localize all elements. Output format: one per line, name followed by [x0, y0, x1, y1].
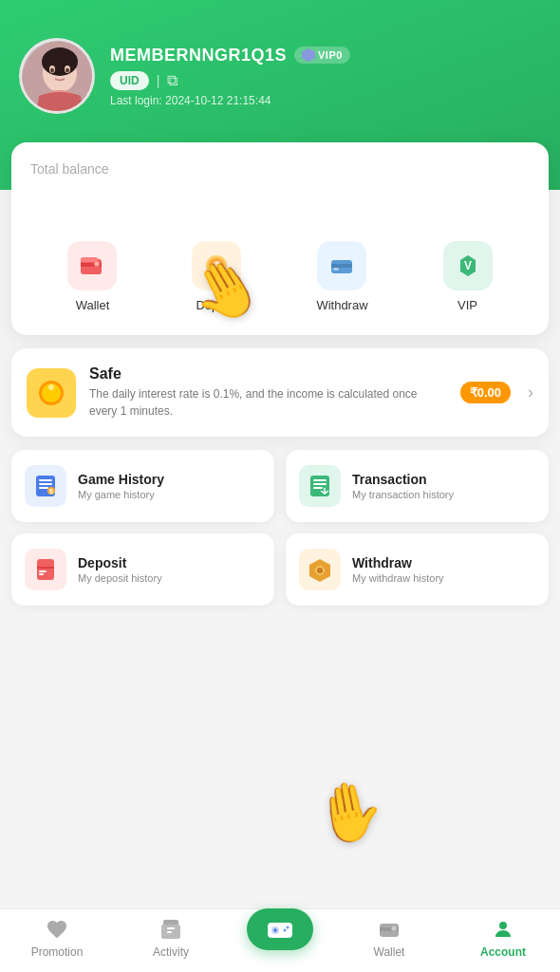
svg-point-6	[50, 68, 54, 73]
account-label: Account	[480, 945, 526, 959]
uid-label: UID	[110, 71, 149, 90]
withdraw-hist-icon	[299, 549, 341, 590]
wallet-nav-label: Wallet	[374, 945, 405, 959]
deposit-button[interactable]: ₹ Deposit	[192, 241, 241, 312]
svg-point-40	[317, 568, 323, 573]
balance-card: Total balance Wallet	[11, 142, 549, 335]
svg-rect-36	[39, 570, 47, 572]
svg-point-49	[284, 929, 287, 932]
svg-point-23	[48, 384, 54, 390]
transaction-icon	[299, 465, 341, 507]
bottom-nav: Promotion Activity	[0, 908, 560, 972]
deposit-hist-title: Deposit	[78, 555, 162, 570]
withdraw-hist-card[interactable]: Withdraw My withdraw history	[286, 533, 549, 606]
deposit-label: Deposit	[196, 298, 237, 312]
vip-badge: VIP0	[294, 47, 350, 64]
action-buttons: Wallet ₹ Deposit	[30, 241, 530, 312]
svg-rect-17	[331, 264, 352, 268]
game-history-card[interactable]: $ Game History My game history	[11, 450, 274, 522]
svg-rect-31	[313, 479, 327, 481]
svg-rect-26	[39, 483, 52, 485]
svg-point-3	[42, 47, 78, 76]
main-content: Total balance Wallet	[0, 142, 560, 606]
game-history-title: Game History	[78, 472, 164, 487]
nav-play-center[interactable]	[247, 908, 313, 950]
wallet-label: Wallet	[76, 298, 110, 312]
game-history-sub: My game history	[78, 489, 164, 500]
hand-cursor-2: 🤚	[308, 773, 389, 851]
safe-description: The daily interest rate is 0.1%, and the…	[89, 385, 447, 420]
svg-rect-12	[81, 257, 98, 262]
transaction-card[interactable]: Transaction My transaction history	[286, 450, 549, 522]
svg-rect-35	[37, 567, 54, 569]
user-info: MEMBERNNGR1Q1S VIP0 UID | ⧉ Last login: …	[110, 46, 350, 107]
svg-text:V: V	[464, 259, 472, 272]
safe-amount[interactable]: ₹0.00	[460, 382, 511, 403]
transaction-sub: My transaction history	[352, 489, 454, 500]
activity-icon	[159, 917, 183, 942]
deposit-hist-icon	[25, 549, 66, 590]
svg-point-7	[65, 68, 69, 73]
vip-label: VIP	[457, 298, 477, 312]
safe-card[interactable]: Safe The daily interest rate is 0.1%, an…	[11, 348, 549, 437]
svg-point-50	[287, 926, 289, 929]
withdraw-hist-title: Withdraw	[352, 555, 444, 570]
activity-label: Activity	[153, 945, 189, 959]
last-login: Last login: 2024-10-12 21:15:44	[110, 94, 350, 107]
svg-rect-53	[391, 925, 397, 931]
svg-point-54	[499, 922, 507, 929]
svg-rect-18	[333, 268, 339, 271]
wallet-nav-icon	[377, 917, 401, 942]
svg-rect-45	[268, 923, 292, 938]
withdraw-button[interactable]: Withdraw	[316, 241, 367, 312]
svg-text:₹: ₹	[214, 260, 220, 271]
safe-icon	[27, 368, 76, 418]
svg-rect-32	[313, 483, 327, 485]
deposit-hist-card[interactable]: Deposit My deposit history	[11, 533, 274, 606]
transaction-title: Transaction	[352, 472, 454, 487]
vip-level: VIP0	[318, 49, 343, 61]
wallet-button[interactable]: Wallet	[67, 241, 117, 312]
username-text: MEMBERNNGR1Q1S	[110, 46, 287, 65]
game-history-icon: $	[25, 465, 66, 507]
svg-rect-37	[39, 573, 44, 575]
safe-text: Safe The daily interest rate is 0.1%, an…	[89, 365, 447, 420]
svg-rect-30	[310, 476, 329, 496]
nav-activity[interactable]: Activity	[133, 917, 209, 959]
svg-rect-27	[39, 487, 48, 489]
withdraw-hist-sub: My withdraw history	[352, 572, 444, 584]
withdraw-label: Withdraw	[316, 298, 367, 312]
nav-wallet[interactable]: Wallet	[351, 917, 427, 959]
safe-title: Safe	[89, 365, 447, 383]
svg-rect-25	[39, 479, 52, 481]
svg-text:$: $	[49, 488, 53, 495]
nav-account[interactable]: Account	[465, 917, 541, 959]
grid-section: $ Game History My game history	[11, 450, 549, 606]
vip-button[interactable]: V VIP	[443, 241, 493, 312]
svg-rect-43	[167, 927, 175, 929]
svg-rect-34	[37, 559, 54, 580]
nav-promotion[interactable]: Promotion	[19, 917, 95, 959]
safe-chevron-icon: ›	[528, 383, 533, 402]
account-icon	[491, 917, 515, 942]
svg-rect-44	[167, 931, 172, 933]
deposit-hist-sub: My deposit history	[78, 572, 162, 584]
promotion-label: Promotion	[31, 945, 84, 959]
avatar	[19, 38, 95, 114]
balance-amount	[30, 184, 530, 222]
balance-label: Total balance	[30, 161, 530, 177]
svg-rect-33	[313, 487, 323, 489]
copy-icon[interactable]: ⧉	[167, 72, 177, 89]
promotion-icon	[45, 917, 69, 942]
